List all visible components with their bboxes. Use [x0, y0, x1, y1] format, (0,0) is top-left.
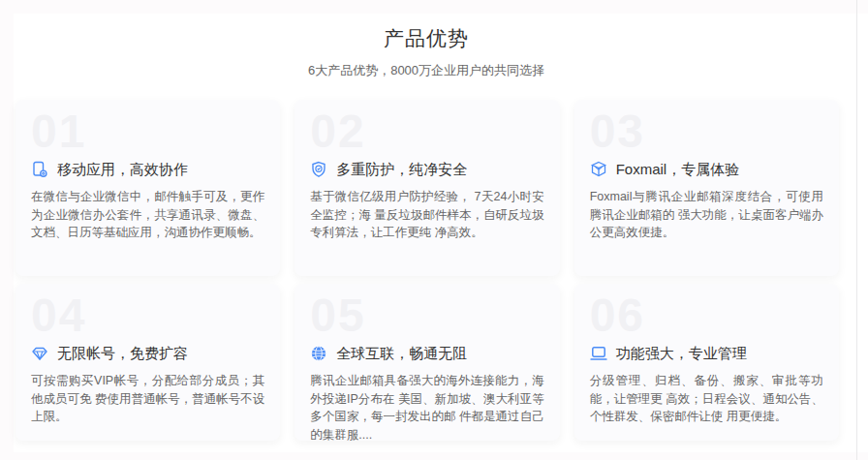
frame-tint-left [0, 0, 14, 460]
advantage-card-06: 06 功能强大，专业管理 分级管理、归档、备份、搬家、审批等功能，让管理更 高效… [574, 284, 839, 441]
advantage-card-03: 03 Foxmail，专属体验 Foxmail与腾讯企业邮箱深度结合，可使用腾讯… [574, 100, 839, 276]
advantage-card-02: 02 多重防护，纯净安全 基于微信亿级用户防护经验， 7天24小时安全监控；海 … [294, 100, 559, 276]
page-subtitle: 6大产品优势，8000万企业用户的共同选择 [15, 62, 838, 79]
card-number: 02 [310, 107, 543, 156]
card-body: 分级管理、归档、备份、搬家、审批等功能，让管理更 高效；日程会议、通知公告、个性… [590, 372, 823, 426]
advantage-card-04: 04 无限帐号，免费扩容 可按需购买VIP帐号，分配给部分成员；其他成员可免 费… [16, 284, 280, 441]
card-body: 基于微信亿级用户防护经验， 7天24小时安全监控；海 量反垃圾邮件样本，自研反垃… [310, 188, 543, 242]
frame-tint-top [0, 0, 868, 14]
mobile-app-icon [31, 161, 48, 178]
shield-check-icon [310, 161, 327, 178]
card-title: 多重防护，纯净安全 [336, 161, 467, 179]
page-title: 产品优势 [15, 25, 838, 52]
frame-tint-bottom [0, 452, 868, 460]
card-title: 移动应用，高效协作 [57, 161, 188, 179]
card-body: 可按需购买VIP帐号，分配给部分成员；其他成员可免 费使用普通帐号，普通帐号不设… [31, 372, 264, 426]
page-right-border [856, 0, 857, 460]
card-body: Foxmail与腾讯企业邮箱深度结合，可使用腾讯企业邮箱的 强大功能，让桌面客户… [590, 188, 823, 242]
card-number: 03 [590, 107, 823, 156]
card-number: 05 [310, 291, 543, 340]
card-title: 无限帐号，免费扩容 [57, 345, 188, 363]
card-body: 在微信与企业微信中，邮件触手可及，更作为企业微信办公套件，共享通讯录、微盘、文档… [31, 188, 264, 242]
laptop-icon [590, 345, 607, 362]
product-advantages-section: 产品优势 6大产品优势，8000万企业用户的共同选择 01 移动应用，高效协作 … [0, 0, 868, 460]
card-title: 功能强大，专业管理 [616, 345, 747, 363]
section-header: 产品优势 6大产品优势，8000万企业用户的共同选择 [15, 25, 838, 79]
advantages-grid: 01 移动应用，高效协作 在微信与企业微信中，邮件触手可及，更作为企业微信办公套… [16, 100, 839, 441]
card-number: 06 [590, 291, 823, 340]
card-number: 01 [31, 107, 264, 156]
foxmail-box-icon [590, 161, 607, 178]
card-body: 腾讯企业邮箱具备强大的海外连接能力，海外投递IP分布在 美国、新加坡、澳大利亚等… [310, 372, 543, 441]
card-number: 04 [31, 291, 264, 340]
card-title: 全球互联，畅通无阻 [336, 345, 467, 363]
advantage-card-05: 05 全球互联，畅通无阻 腾讯企业邮箱具备强大的海外连接能力，海外投递IP分布在… [294, 284, 559, 441]
card-title: Foxmail，专属体验 [616, 161, 740, 179]
gem-icon [31, 345, 48, 362]
advantage-card-01: 01 移动应用，高效协作 在微信与企业微信中，邮件触手可及，更作为企业微信办公套… [16, 100, 280, 276]
globe-icon [310, 345, 327, 362]
